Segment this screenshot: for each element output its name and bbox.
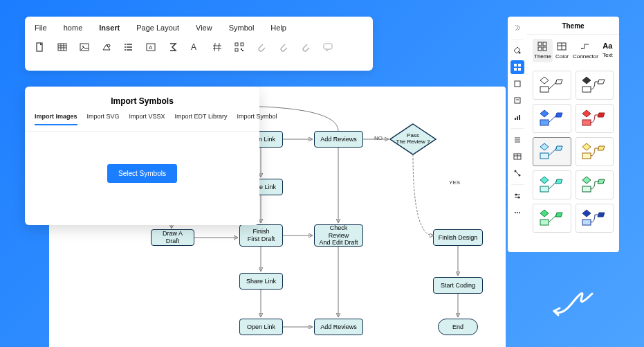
svg-line-99 xyxy=(549,215,557,222)
theme-tab-color[interactable]: Color xyxy=(554,39,570,62)
theme-swatch[interactable] xyxy=(576,137,614,166)
node-open-link-2[interactable]: Open Link xyxy=(239,319,283,335)
svg-marker-87 xyxy=(540,143,549,150)
svg-line-61 xyxy=(516,172,519,175)
svg-line-84 xyxy=(549,115,557,123)
svg-marker-92 xyxy=(540,177,549,184)
svg-line-19 xyxy=(219,43,219,51)
node-draw-draft[interactable]: Draw A Draft xyxy=(151,229,194,246)
theme-tab-connector[interactable]: Connector xyxy=(571,39,600,62)
theme-tab-label: Color xyxy=(555,53,569,60)
svg-line-94 xyxy=(549,181,557,189)
attachment3-icon[interactable] xyxy=(300,42,311,53)
svg-marker-85 xyxy=(582,110,591,117)
theme-tab-label: Theme xyxy=(534,53,551,60)
node-check-review[interactable]: Check Review And Edit Draft xyxy=(314,224,363,247)
paint-icon[interactable] xyxy=(510,44,524,57)
menu-symbol[interactable]: Symbol xyxy=(229,24,255,32)
table-icon[interactable] xyxy=(57,42,68,53)
svg-point-68 xyxy=(519,212,520,213)
comment-icon[interactable] xyxy=(322,42,333,53)
list-side-icon[interactable] xyxy=(510,133,524,147)
theme-swatch[interactable] xyxy=(576,204,614,233)
ruler-side-icon[interactable] xyxy=(510,206,524,220)
shape-icon[interactable] xyxy=(101,42,112,53)
theme-tab-theme[interactable]: Theme xyxy=(533,39,553,62)
svg-rect-88 xyxy=(540,153,549,159)
svg-rect-45 xyxy=(514,68,517,71)
theme-swatch[interactable] xyxy=(533,204,571,233)
tab-import-edt[interactable]: Import EDT Library xyxy=(175,113,228,125)
attachment2-icon[interactable] xyxy=(278,42,289,53)
collapse-icon[interactable] xyxy=(510,21,524,35)
node-side-icon[interactable] xyxy=(510,166,524,180)
svg-point-65 xyxy=(518,197,520,199)
svg-point-66 xyxy=(515,212,516,213)
settings-side-icon[interactable] xyxy=(510,189,524,203)
svg-rect-71 xyxy=(538,47,542,51)
font-icon[interactable]: A xyxy=(190,42,201,53)
toolbar: A A xyxy=(25,36,373,58)
sigma-icon[interactable] xyxy=(167,42,178,53)
grid-icon[interactable] xyxy=(510,60,524,74)
node-start-coding[interactable]: Start Coding xyxy=(433,277,483,294)
label-yes: YES xyxy=(449,179,460,186)
image-icon[interactable] xyxy=(79,42,90,53)
text-box-icon[interactable]: A xyxy=(145,42,156,53)
table-side-icon[interactable] xyxy=(510,150,524,163)
svg-marker-100 xyxy=(582,210,591,217)
svg-point-67 xyxy=(517,212,518,213)
theme-swatch[interactable] xyxy=(533,71,571,100)
select-symbols-button[interactable]: Select Symbols xyxy=(107,164,177,183)
layers-icon[interactable] xyxy=(510,77,524,91)
label-no: NO xyxy=(374,135,383,141)
node-finish-first-draft[interactable]: Finish First Draft xyxy=(239,224,283,247)
theme-swatch[interactable] xyxy=(533,137,571,166)
tab-import-images[interactable]: Import Images xyxy=(35,113,77,125)
svg-rect-51 xyxy=(517,116,518,120)
signature-icon xyxy=(547,283,602,321)
svg-point-12 xyxy=(125,44,126,45)
menu-page-layout[interactable]: Page Layout xyxy=(136,24,179,32)
theme-tab-text[interactable]: AaText xyxy=(601,39,614,62)
list-icon[interactable] xyxy=(123,42,134,53)
menu-home[interactable]: home xyxy=(64,24,83,32)
svg-rect-47 xyxy=(515,81,520,87)
tab-import-svg[interactable]: Import SVG xyxy=(87,113,120,125)
menu-insert[interactable]: Insert xyxy=(99,24,120,32)
theme-swatch[interactable] xyxy=(576,104,614,133)
node-end[interactable]: End xyxy=(438,319,478,335)
theme-swatch[interactable] xyxy=(576,71,614,100)
tab-import-symbol[interactable]: Import Symbol xyxy=(237,113,277,125)
svg-rect-26 xyxy=(242,50,243,51)
node-add-reviews-2[interactable]: Add Reviews xyxy=(314,319,363,335)
chart-side-icon[interactable] xyxy=(510,110,524,124)
qr-icon[interactable] xyxy=(234,42,245,53)
svg-line-89 xyxy=(549,148,557,156)
menu-items: File home Insert Page Layout View Symbol… xyxy=(25,17,373,36)
menu-file[interactable]: File xyxy=(35,24,47,32)
dialog-body: Select Symbols xyxy=(25,132,259,215)
svg-point-13 xyxy=(125,46,126,48)
decision-text: Pass The Review ? xyxy=(389,123,437,156)
theme-swatch[interactable] xyxy=(533,170,571,199)
tab-import-vssx[interactable]: Import VSSX xyxy=(129,113,165,125)
hash-icon[interactable] xyxy=(212,42,223,53)
theme-swatch[interactable] xyxy=(576,170,614,199)
theme-swatch[interactable] xyxy=(533,104,571,133)
menu-view[interactable]: View xyxy=(196,24,212,32)
svg-rect-44 xyxy=(518,64,521,66)
svg-rect-93 xyxy=(540,186,549,192)
blank-page-icon[interactable] xyxy=(35,42,46,53)
text-side-icon[interactable] xyxy=(510,94,524,107)
svg-line-79 xyxy=(549,82,557,89)
attachment-icon[interactable] xyxy=(256,42,267,53)
node-decision[interactable]: Pass The Review ? xyxy=(389,123,437,156)
node-share-link-2[interactable]: Share Link xyxy=(239,273,283,290)
node-finish-design[interactable]: Finlish Design xyxy=(433,229,483,246)
menu-help[interactable]: Help xyxy=(270,24,286,32)
svg-rect-23 xyxy=(241,43,243,46)
dialog-tabs: Import Images Import SVG Import VSSX Imp… xyxy=(25,113,259,132)
node-add-reviews[interactable]: Add Reviews xyxy=(314,131,363,148)
svg-marker-82 xyxy=(540,110,549,117)
